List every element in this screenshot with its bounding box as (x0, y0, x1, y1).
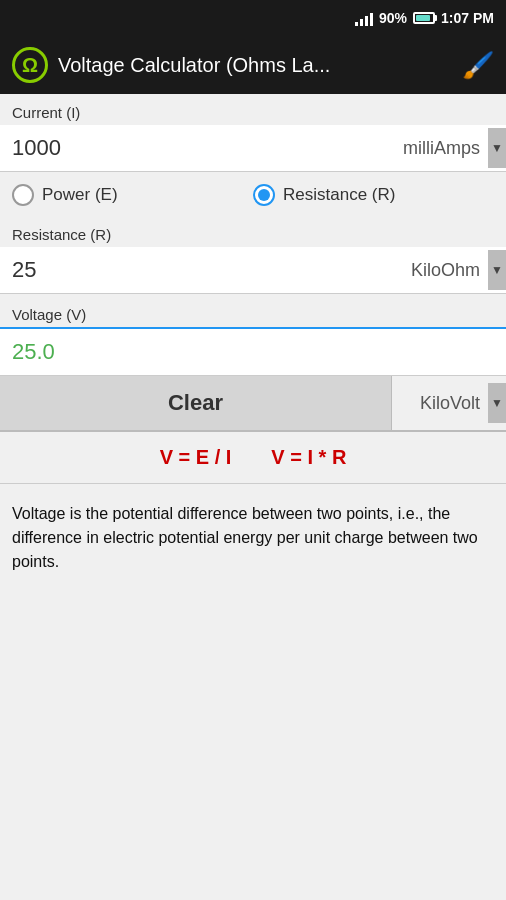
resistance-unit-dropdown[interactable]: ▼ (488, 250, 506, 290)
resistance-radio-option[interactable]: Resistance (R) (253, 184, 494, 206)
status-time: 1:07 PM (441, 10, 494, 26)
app-bar: Ω Voltage Calculator (Ohms La... 🖌️ (0, 36, 506, 94)
paint-icon[interactable]: 🖌️ (462, 50, 494, 81)
formula-1: V = E / I (160, 446, 232, 469)
app-title: Voltage Calculator (Ohms La... (58, 54, 452, 77)
resistance-unit: KiloOhm (388, 250, 488, 291)
voltage-unit-section: KiloVolt ▼ (392, 376, 506, 430)
voltage-label: Voltage (V) (0, 296, 506, 327)
current-input-row: milliAmps ▼ (0, 125, 506, 172)
resistance-input-row: KiloOhm ▼ (0, 247, 506, 294)
current-unit: milliAmps (388, 128, 488, 169)
resistance-input[interactable] (0, 247, 388, 293)
voltage-output[interactable] (0, 329, 506, 375)
current-input[interactable] (0, 125, 388, 171)
clear-button[interactable]: Clear (0, 376, 392, 430)
voltage-row (0, 327, 506, 376)
action-row: Clear KiloVolt ▼ (0, 376, 506, 432)
mode-radio-row: Power (E) Resistance (R) (0, 174, 506, 216)
signal-icon (355, 10, 373, 26)
formula-row: V = E / I V = I * R (0, 432, 506, 483)
power-radio-label: Power (E) (42, 185, 118, 205)
battery-percent: 90% (379, 10, 407, 26)
description-text: Voltage is the potential difference betw… (0, 486, 506, 590)
formula-2: V = I * R (271, 446, 346, 469)
current-label: Current (I) (0, 94, 506, 125)
voltage-unit-dropdown[interactable]: ▼ (488, 383, 506, 423)
battery-icon (413, 12, 435, 24)
power-radio-option[interactable]: Power (E) (12, 184, 253, 206)
resistance-radio-circle[interactable] (253, 184, 275, 206)
resistance-label: Resistance (R) (0, 216, 506, 247)
resistance-radio-label: Resistance (R) (283, 185, 395, 205)
power-radio-circle[interactable] (12, 184, 34, 206)
current-unit-dropdown[interactable]: ▼ (488, 128, 506, 168)
omega-icon: Ω (12, 47, 48, 83)
voltage-unit: KiloVolt (392, 379, 488, 428)
divider (0, 483, 506, 484)
status-bar: 90% 1:07 PM (0, 0, 506, 36)
